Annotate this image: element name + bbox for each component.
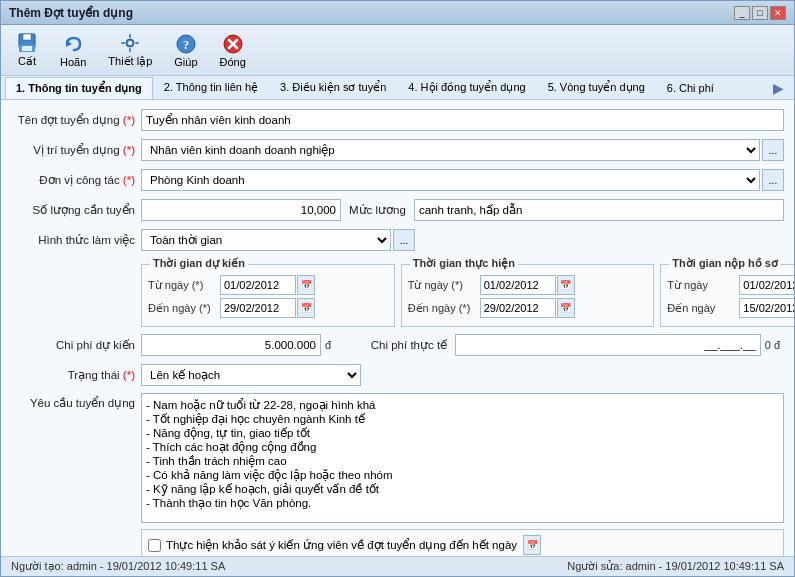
date-nop-ho-so-group: Thời gian nộp hồ sơ Từ ngày 📅 Đến ngày 📅 — [660, 264, 794, 327]
du-kien-to-cal-btn[interactable]: 📅 — [297, 298, 315, 318]
tab-3[interactable]: 3. Điều kiện sơ tuyển — [269, 76, 397, 99]
window-title: Thêm Đợt tuyển dụng — [9, 6, 133, 20]
hinh-thuc-ellipsis-btn[interactable]: ... — [393, 229, 415, 251]
trang-thai-required: (*) — [123, 369, 135, 381]
tab-6[interactable]: 6. Chi phí — [656, 77, 725, 99]
thuc-hien-to-row: Đến ngày (*) 📅 — [408, 298, 648, 318]
svg-rect-8 — [129, 48, 131, 52]
du-kien-from-row: Từ ngày (*) 📅 — [148, 275, 388, 295]
giup-button[interactable]: ? Giúp — [165, 29, 206, 72]
ten-dot-label: Tên đợt tuyển dụng (*) — [11, 113, 141, 127]
thuc-hien-to-label: Đến ngày (*) — [408, 302, 480, 315]
ten-dot-required: (*) — [123, 114, 135, 126]
window-close-button[interactable]: ✕ — [770, 6, 786, 20]
chi-phi-thuc-te-suffix: 0 đ — [761, 339, 784, 351]
muc-luong-label: Mức lương — [341, 203, 414, 217]
save-button[interactable]: Cất — [7, 28, 47, 72]
vi-tri-label: Vị trí tuyển dụng (*) — [11, 143, 141, 157]
trang-thai-select-wrapper: Lên kế hoạch — [141, 364, 361, 386]
so-luong-input[interactable] — [141, 199, 341, 221]
don-vi-required: (*) — [123, 174, 135, 186]
don-vi-row: Đơn vị công tác (*) Phòng Kinh doanh ... — [11, 168, 784, 192]
thuc-hien-to-input[interactable] — [480, 298, 556, 318]
nop-ho-so-to-row: Đến ngày 📅 — [667, 298, 794, 318]
window-controls: _ □ ✕ — [734, 6, 786, 20]
toolbar: Cất Hoãn Thiết l — [1, 25, 794, 76]
status-bar: Người tạo: admin - 19/01/2012 10:49:11 S… — [1, 556, 794, 576]
thuc-hien-from-cal-btn[interactable]: 📅 — [557, 275, 575, 295]
close-red-icon — [222, 33, 244, 55]
trang-thai-select[interactable]: Lên kế hoạch — [141, 364, 361, 386]
tab-arrow[interactable]: ▶ — [767, 78, 790, 98]
ten-dot-input[interactable] — [141, 109, 784, 131]
thiet-lap-button[interactable]: Thiết lập — [99, 28, 161, 72]
tab-5[interactable]: 5. Vòng tuyển dụng — [537, 76, 656, 99]
khao-sat-row: Thực hiện khảo sát ý kiến ứng viên về đợ… — [141, 529, 784, 556]
maximize-button[interactable]: □ — [752, 6, 768, 20]
thuc-hien-to-cal-btn[interactable]: 📅 — [557, 298, 575, 318]
dong-button[interactable]: Đóng — [211, 29, 255, 72]
thuc-hien-from-input[interactable] — [480, 275, 556, 295]
don-vi-select[interactable]: Phòng Kinh doanh — [141, 169, 760, 191]
khao-sat-checkbox[interactable] — [148, 539, 161, 552]
vi-tri-ellipsis-btn[interactable]: ... — [762, 139, 784, 161]
title-bar: Thêm Đợt tuyển dụng _ □ ✕ — [1, 1, 794, 25]
tabs-bar: 1. Thông tin tuyển dụng 2. Thông tin liê… — [1, 76, 794, 100]
nop-ho-so-from-label: Từ ngày — [667, 279, 739, 292]
minimize-button[interactable]: _ — [734, 6, 750, 20]
hinh-thuc-select[interactable]: Toàn thời gian — [141, 229, 391, 251]
du-kien-from-label: Từ ngày (*) — [148, 279, 220, 292]
trang-thai-row: Trạng thái (*) Lên kế hoạch — [11, 363, 784, 387]
du-kien-to-label: Đến ngày (*) — [148, 302, 220, 315]
yeu-cau-label: Yêu cầu tuyển dụng — [11, 393, 141, 410]
ten-dot-row: Tên đợt tuyển dụng (*) — [11, 108, 784, 132]
du-kien-from-cal-btn[interactable]: 📅 — [297, 275, 315, 295]
hinh-thuc-row: Hình thức làm việc Toàn thời gian ... — [11, 228, 784, 252]
status-left: Người tạo: admin - 19/01/2012 10:49:11 S… — [11, 560, 225, 573]
du-kien-from-input[interactable] — [220, 275, 296, 295]
khao-sat-label: Thực hiện khảo sát ý kiến ứng viên về đợ… — [166, 538, 517, 552]
don-vi-ellipsis-btn[interactable]: ... — [762, 169, 784, 191]
status-right: Người sửa: admin - 19/01/2012 10:49:11 S… — [567, 560, 784, 573]
tab-2[interactable]: 2. Thông tin liên hệ — [153, 76, 269, 99]
chi-phi-thuc-te-label: Chi phí thực tế — [335, 338, 455, 352]
form-area: Tên đợt tuyển dụng (*) Vị trí tuyển dụng… — [1, 100, 794, 556]
thuc-hien-from-row: Từ ngày (*) 📅 — [408, 275, 648, 295]
thuc-hien-from-label: Từ ngày (*) — [408, 279, 480, 292]
chi-phi-row: Chi phí dự kiến đ Chi phí thực tế 0 đ — [11, 333, 784, 357]
nop-ho-so-from-input[interactable] — [739, 275, 794, 295]
date-du-kien-title: Thời gian dự kiến — [150, 257, 248, 270]
don-vi-label: Đơn vị công tác (*) — [11, 173, 141, 187]
help-icon: ? — [175, 33, 197, 55]
nop-ho-so-from-row: Từ ngày 📅 — [667, 275, 794, 295]
save-icon — [16, 32, 38, 54]
chi-phi-thuc-te-input[interactable] — [455, 334, 761, 356]
vi-tri-select-wrapper: Nhân viên kinh doanh doanh nghiệp — [141, 139, 760, 161]
du-kien-to-input[interactable] — [220, 298, 296, 318]
tab-1[interactable]: 1. Thông tin tuyển dụng — [5, 77, 153, 100]
khao-sat-cal-btn[interactable]: 📅 — [523, 535, 541, 555]
date-thuc-hien-title: Thời gian thực hiện — [410, 257, 518, 270]
hoan-label: Hoãn — [60, 56, 86, 68]
svg-rect-3 — [22, 46, 32, 51]
du-kien-to-row: Đến ngày (*) 📅 — [148, 298, 388, 318]
dong-label: Đóng — [220, 56, 246, 68]
hoan-button[interactable]: Hoãn — [51, 29, 95, 72]
vi-tri-required: (*) — [123, 144, 135, 156]
yeu-cau-row: Yêu cầu tuyển dụng — [11, 393, 784, 523]
main-window: Thêm Đợt tuyển dụng _ □ ✕ Cất — [0, 0, 795, 577]
settings-icon — [119, 32, 141, 54]
hinh-thuc-select-wrapper: Toàn thời gian — [141, 229, 391, 251]
svg-text:?: ? — [183, 37, 190, 52]
chi-phi-du-kien-input[interactable] — [141, 334, 321, 356]
nop-ho-so-to-input[interactable] — [739, 298, 794, 318]
muc-luong-input[interactable] — [414, 199, 784, 221]
chi-phi-du-kien-label: Chi phí dự kiến — [11, 338, 141, 352]
dates-container: Thời gian dự kiến Từ ngày (*) 📅 Đến ngày… — [141, 258, 794, 327]
save-label: Cất — [18, 55, 36, 68]
tab-4[interactable]: 4. Hội đồng tuyển dụng — [397, 76, 536, 99]
svg-rect-10 — [135, 42, 139, 44]
yeu-cau-textarea[interactable] — [141, 393, 784, 523]
trang-thai-label: Trạng thái (*) — [11, 368, 141, 382]
vi-tri-select[interactable]: Nhân viên kinh doanh doanh nghiệp — [141, 139, 760, 161]
